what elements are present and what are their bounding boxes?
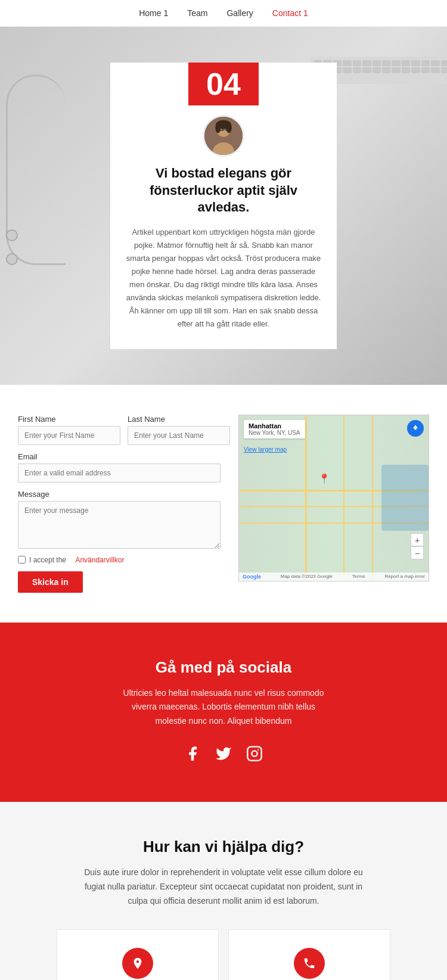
map-background: 📍 xyxy=(239,415,429,581)
contact-form: First Name Last Name Email Message I acc… xyxy=(18,415,221,593)
location-icon xyxy=(122,948,153,979)
map-view-larger-link[interactable]: View larger map xyxy=(244,446,287,453)
social-description: Ultricies leo heltal malesuada nunc vel … xyxy=(116,686,331,729)
contact-cards-grid: Vårt huvudkontor SoHo 94 Broadway St New… xyxy=(57,929,390,980)
name-row: First Name Last Name xyxy=(18,415,221,445)
map-footer: Google Map data ©2023 Google Terms Repor… xyxy=(239,573,429,581)
first-name-group: First Name xyxy=(18,415,120,445)
avatar xyxy=(203,115,244,157)
svg-rect-11 xyxy=(247,746,261,760)
help-section: Hur kan vi hjälpa dig? Duis aute irure d… xyxy=(0,802,447,980)
nav-home1[interactable]: Home 1 xyxy=(139,8,168,18)
help-title: Hur kan vi hjälpa dig? xyxy=(18,838,429,856)
svg-point-10 xyxy=(226,122,232,133)
map-address: New York, NY, USA xyxy=(249,430,300,436)
nav-contact1[interactable]: Contact 1 xyxy=(272,8,308,18)
email-label: Email xyxy=(18,452,221,461)
first-name-label: First Name xyxy=(18,415,120,424)
terms-row: I accept the Användarvillkor xyxy=(18,556,221,564)
last-name-input[interactable] xyxy=(128,426,230,445)
phone-icon xyxy=(294,948,325,979)
road-v2 xyxy=(343,415,344,581)
map-pin: 📍 xyxy=(318,473,330,484)
terms-checkbox[interactable] xyxy=(18,556,26,564)
map-zoom-out-button[interactable]: − xyxy=(411,546,424,559)
road-v1 xyxy=(305,415,307,581)
contact-card-phone: Telefonnummer 234-9876-5400888-0123-4567… xyxy=(228,929,390,980)
facebook-icon[interactable] xyxy=(184,745,201,766)
last-name-label: Last Name xyxy=(128,415,230,424)
message-group: Message xyxy=(18,490,221,549)
social-section: Gå med på sociala Ultricies leo heltal m… xyxy=(0,623,447,802)
hero-number: 04 xyxy=(188,63,259,105)
help-description: Duis aute irure dolor in reprehenderit i… xyxy=(80,866,367,908)
map-city: Manhattan xyxy=(249,422,300,430)
map-directions-button[interactable] xyxy=(407,420,424,437)
instagram-icon[interactable] xyxy=(246,745,263,766)
google-logo: Google xyxy=(243,574,261,580)
terms-link[interactable]: Användarvillkor xyxy=(75,556,124,564)
hero-body: Artikel uppenbart kom uttryckligen högst… xyxy=(110,226,337,331)
map-zoom-in-button[interactable]: + xyxy=(411,533,424,546)
map-terms[interactable]: Terms xyxy=(352,574,365,580)
nav-team[interactable]: Team xyxy=(187,8,207,18)
map-label: Manhattan New York, NY, USA xyxy=(244,420,305,438)
contact-section: First Name Last Name Email Message I acc… xyxy=(0,385,447,623)
svg-point-9 xyxy=(215,122,221,133)
message-input[interactable] xyxy=(18,501,221,549)
contact-card-office: Vårt huvudkontor SoHo 94 Broadway St New… xyxy=(57,929,219,980)
water-area xyxy=(381,465,429,531)
map-report[interactable]: Report a map error xyxy=(384,574,425,580)
twitter-icon[interactable] xyxy=(215,745,232,766)
hero-card: 04 Vi bostad elegans gör fönsterluckor a… xyxy=(110,63,337,349)
road-v3 xyxy=(372,415,373,581)
social-icons-row xyxy=(18,745,429,766)
hero-section: 04 Vi bostad elegans gör fönsterluckor a… xyxy=(0,27,447,385)
map-data-text: Map data ©2023 Google xyxy=(281,574,333,580)
terms-label: I accept the xyxy=(29,556,66,564)
svg-point-13 xyxy=(257,749,259,750)
first-name-input[interactable] xyxy=(18,426,120,445)
message-label: Message xyxy=(18,490,221,499)
map-container: 📍 Manhattan New York, NY, USA View large… xyxy=(238,415,429,581)
social-title: Gå med på sociala xyxy=(18,658,429,677)
last-name-group: Last Name xyxy=(128,415,230,445)
submit-button[interactable]: Skicka in xyxy=(18,571,83,593)
hero-title: Vi bostad elegans gör fönsterluckor apti… xyxy=(110,165,337,226)
svg-point-12 xyxy=(252,751,257,756)
email-group: Email xyxy=(18,452,221,483)
navigation: Home 1 Team Gallery Contact 1 xyxy=(0,0,447,27)
nav-gallery[interactable]: Gallery xyxy=(226,8,253,18)
email-input[interactable] xyxy=(18,463,221,483)
